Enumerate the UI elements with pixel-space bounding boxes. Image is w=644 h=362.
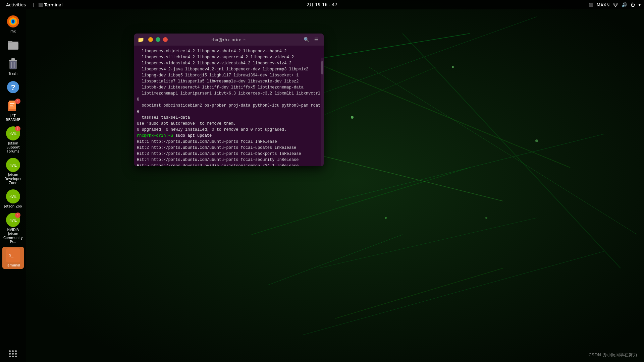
power-icon[interactable]: ⏻	[631, 2, 635, 7]
dock-label-l4t: L4T-README	[3, 114, 23, 122]
dock-label-jetson-dev: Jetson Developer Zone	[3, 173, 23, 185]
terminal-prompt-1: rhx@rhx-orin:~$	[137, 133, 175, 138]
dock-label-firefox: rhx	[10, 29, 16, 34]
terminal-icon-bg: $_	[6, 248, 20, 262]
dock-item-nvidia-community[interactable]: nVIL ! NVIDIA Jetson Community Pr...	[2, 211, 24, 245]
jetson-support-icon: nVIL !	[6, 126, 20, 141]
svg-text:nVIL: nVIL	[9, 219, 17, 222]
dock-label-jetson-zoo: Jetson Zoo	[4, 204, 22, 208]
dock-item-l4t[interactable]: ! L4T-README	[2, 97, 24, 123]
svg-rect-40	[10, 105, 13, 106]
terminal-body[interactable]: libopencv-objdetect4.2 libopencv-photo4.…	[134, 46, 324, 166]
terminal-titlebar: 📁 — □ ✕ rhx@rhx-orin: ~ 🔍 ☰	[134, 34, 324, 46]
dock-item-help[interactable]: ?	[2, 78, 24, 96]
dock-label-jetson-support: Jetson Support Forums	[3, 141, 23, 154]
dock-item-trash[interactable]: Trash	[2, 55, 24, 77]
nvidia-community-badge: !	[15, 213, 20, 218]
svg-point-12	[351, 116, 354, 119]
help-icon: ?	[6, 80, 20, 95]
svg-point-13	[452, 66, 454, 68]
topbar-menu-icon[interactable]: ▾	[638, 2, 641, 7]
topbar-divider: |	[33, 2, 34, 7]
terminal-topbar-icon: ⬛	[38, 3, 43, 7]
svg-text:?: ?	[11, 83, 15, 92]
dock-item-jetson-support[interactable]: nVIL ! Jetson Support Forums	[2, 125, 24, 155]
jetson-support-badge: !	[15, 126, 20, 131]
topbar-datetime: 2月 19 16：47	[307, 2, 337, 8]
nvidia-community-icon: nVIL !	[6, 213, 20, 227]
dock-label-trash: Trash	[9, 72, 17, 76]
dock: rhx Trash	[0, 9, 26, 362]
nvidia-logo: ⬛	[589, 3, 593, 7]
l4t-badge: !	[15, 99, 20, 104]
dock-item-firefox[interactable]: rhx	[2, 13, 24, 35]
svg-point-14	[385, 217, 387, 219]
topbar: Activities | ⬛ Terminal 2月 19 16：47 ⬛ MA…	[0, 0, 644, 9]
volume-icon[interactable]: 🔊	[622, 2, 627, 7]
terminal-output-line-1: libopencv-objdetect4.2 libopencv-photo4.…	[137, 49, 320, 132]
topbar-left: Activities | ⬛ Terminal	[3, 2, 63, 7]
svg-point-16	[535, 139, 538, 142]
search-icon[interactable]: 🔍	[302, 36, 310, 44]
show-applications-button[interactable]	[0, 345, 26, 362]
nvidia-dev-icon: nVIL	[6, 158, 20, 172]
grid-dots-icon	[9, 350, 17, 357]
minimize-button[interactable]: —	[148, 37, 153, 42]
svg-rect-31	[11, 58, 15, 60]
titlebar-icons: 🔍 ☰	[302, 36, 320, 44]
jetson-dev-icon: nVIL	[6, 158, 20, 172]
terminal-dock-icon: $_	[6, 248, 20, 263]
terminal-file-icon[interactable]: 📁	[138, 37, 144, 43]
nvidia-label: MAXN	[597, 2, 610, 7]
dock-label-terminal: Terminal	[6, 263, 20, 267]
trash-icon	[6, 56, 20, 71]
dock-item-jetson-zoo[interactable]: nVIL Jetson Zoo	[2, 188, 24, 210]
svg-point-24	[12, 20, 14, 23]
terminal-title: rhx@rhx-orin: ~	[211, 37, 247, 42]
dock-label-nvidia-community: NVIDIA Jetson Community Pr...	[3, 228, 23, 244]
topbar-right: ⬛ MAXN 🔊 ⏻ ▾	[589, 2, 641, 8]
dock-item-jetson-dev[interactable]: nVIL Jetson Developer Zone	[2, 156, 24, 186]
menu-icon[interactable]: ☰	[312, 36, 320, 44]
maximize-button[interactable]: □	[156, 37, 160, 42]
l4t-icon: !	[6, 99, 20, 113]
svg-text:$_: $_	[9, 253, 14, 257]
close-button[interactable]: ✕	[163, 37, 168, 42]
svg-rect-41	[10, 107, 14, 107]
dock-item-terminal[interactable]: $_ Terminal	[2, 247, 24, 269]
terminal-output-2: Hit:1 http://ports.ubuntu.com/ubuntu-por…	[137, 139, 301, 166]
terminal-cmd-1: sudo apt update	[175, 133, 212, 138]
svg-text:nVIL: nVIL	[9, 164, 17, 167]
svg-rect-39	[10, 103, 14, 104]
terminal-topbar-label: Terminal	[44, 2, 63, 7]
firefox-icon	[6, 14, 20, 29]
files-icon	[6, 38, 20, 52]
svg-rect-27	[8, 41, 12, 43]
terminal-window: 📁 — □ ✕ rhx@rhx-orin: ~ 🔍 ☰ libopencv-ob…	[134, 34, 324, 166]
wifi-icon[interactable]	[613, 2, 618, 8]
terminal-indicator[interactable]: ⬛ Terminal	[38, 2, 63, 7]
svg-text:nVIL: nVIL	[9, 132, 17, 136]
dock-item-files[interactable]	[2, 36, 24, 54]
svg-text:nVIL: nVIL	[9, 195, 17, 199]
svg-point-17	[485, 217, 487, 219]
nvidia-zoo-icon: nVIL	[6, 189, 20, 203]
svg-rect-26	[8, 42, 18, 50]
terminal-scrollbar[interactable]	[321, 58, 324, 166]
watermark: CSDN @小阮同学在努力	[589, 352, 637, 358]
jetson-zoo-icon: nVIL	[6, 189, 20, 204]
activities-button[interactable]: Activities	[3, 2, 29, 7]
scrollbar-thumb[interactable]	[321, 61, 323, 74]
